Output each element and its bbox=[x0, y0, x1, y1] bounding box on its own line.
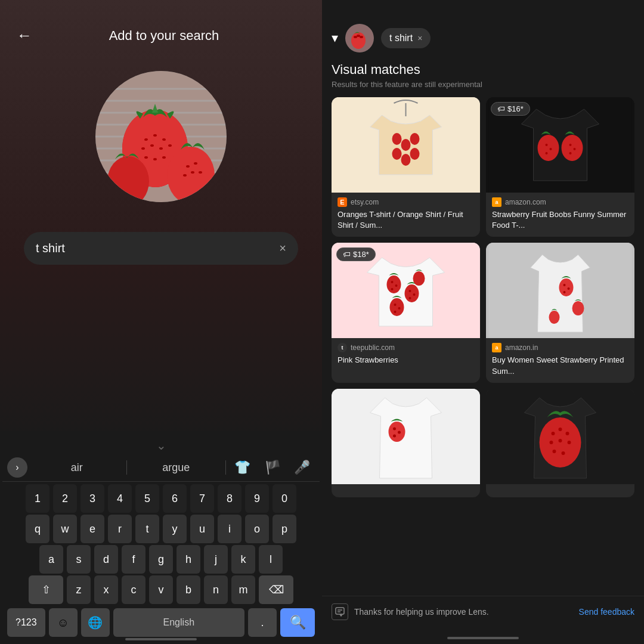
key-j[interactable]: j bbox=[204, 545, 228, 574]
product-card-2[interactable]: 🏷 $16* bbox=[486, 97, 634, 237]
key-k[interactable]: k bbox=[231, 545, 255, 574]
key-u[interactable]: u bbox=[190, 515, 214, 543]
product-image-5 bbox=[332, 389, 480, 484]
key-g[interactable]: g bbox=[149, 545, 173, 574]
period-key[interactable]: . bbox=[248, 608, 277, 637]
svg-point-78 bbox=[393, 434, 396, 437]
price-text-2: $16* bbox=[507, 104, 524, 113]
key-d[interactable]: d bbox=[94, 545, 118, 574]
key-4[interactable]: 4 bbox=[108, 484, 132, 513]
source-row-1: E etsy.com bbox=[338, 197, 474, 207]
key-z[interactable]: z bbox=[67, 575, 91, 604]
key-r[interactable]: r bbox=[108, 515, 132, 543]
zxcv-row: ⇧ z x c v b n m ⌫ bbox=[2, 575, 320, 604]
key-v[interactable]: v bbox=[149, 575, 173, 604]
product-card-1[interactable]: E etsy.com Oranges T-shirt / Orange Shir… bbox=[332, 97, 480, 237]
key-y[interactable]: y bbox=[163, 515, 187, 543]
qwerty-row: q w e r t y u i o p bbox=[2, 515, 320, 543]
svg-point-21 bbox=[153, 158, 157, 160]
product-card-3[interactable]: 🏷 $18* bbox=[332, 243, 480, 382]
product-card-6[interactable] bbox=[486, 389, 634, 497]
back-button[interactable]: ← bbox=[14, 24, 35, 47]
microphone-icon[interactable]: 🎤 bbox=[289, 457, 315, 478]
key-7[interactable]: 7 bbox=[190, 484, 214, 513]
svg-point-34 bbox=[357, 35, 360, 37]
svg-point-16 bbox=[141, 147, 145, 150]
key-8[interactable]: 8 bbox=[218, 484, 242, 513]
svg-point-87 bbox=[553, 450, 556, 453]
feedback-icon bbox=[332, 603, 348, 620]
globe-button[interactable]: 🌐 bbox=[81, 608, 110, 637]
svg-point-38 bbox=[401, 139, 411, 151]
chip-close-button[interactable]: × bbox=[417, 33, 422, 43]
product-card-5[interactable] bbox=[332, 389, 480, 497]
key-w[interactable]: w bbox=[53, 515, 77, 543]
key-5[interactable]: 5 bbox=[135, 484, 159, 513]
product-image-1 bbox=[332, 97, 480, 193]
key-q[interactable]: q bbox=[26, 515, 49, 543]
send-feedback-button[interactable]: Send feedback bbox=[579, 607, 634, 617]
chevron-down-icon: ⌄ bbox=[2, 436, 320, 454]
search-chip[interactable]: t shirt × bbox=[381, 28, 431, 48]
svg-point-83 bbox=[566, 432, 569, 435]
suggestion-argue[interactable]: argue bbox=[129, 459, 224, 476]
key-c[interactable]: c bbox=[122, 575, 145, 604]
key-t[interactable]: t bbox=[135, 515, 159, 543]
tshirt-emoji-icon[interactable]: 👕 bbox=[228, 457, 256, 478]
key-l[interactable]: l bbox=[259, 545, 283, 574]
key-9[interactable]: 9 bbox=[245, 484, 269, 513]
search-input[interactable] bbox=[36, 242, 273, 255]
key-p[interactable]: p bbox=[273, 515, 296, 543]
svg-point-86 bbox=[568, 441, 571, 444]
key-2[interactable]: 2 bbox=[53, 484, 77, 513]
key-f[interactable]: f bbox=[122, 545, 145, 574]
product-card-4[interactable]: a amazon.in Buy Women Sweet Strawberry P… bbox=[486, 243, 634, 382]
shift-button[interactable]: ⇧ bbox=[29, 575, 63, 604]
product-title-1: Oranges T-shirt / Orange Shirt / Fruit S… bbox=[338, 209, 474, 231]
key-s[interactable]: s bbox=[67, 545, 91, 574]
backspace-button[interactable]: ⌫ bbox=[259, 575, 293, 604]
key-x[interactable]: x bbox=[94, 575, 118, 604]
key-3[interactable]: 3 bbox=[80, 484, 104, 513]
search-key-button[interactable]: 🔍 bbox=[280, 608, 315, 637]
source-name-4: amazon.in bbox=[505, 343, 538, 352]
product-title-2: Strawberry Fruit Boobs Funny Summer Food… bbox=[492, 209, 628, 231]
svg-point-42 bbox=[410, 148, 420, 160]
key-6[interactable]: 6 bbox=[163, 484, 187, 513]
svg-point-64 bbox=[398, 307, 401, 309]
clear-button[interactable]: × bbox=[279, 242, 286, 255]
price-badge-3: 🏷 $18* bbox=[336, 247, 376, 261]
emoji-button[interactable]: ☺ bbox=[49, 608, 78, 637]
expand-suggestions-button[interactable]: › bbox=[7, 457, 27, 478]
space-key[interactable]: English bbox=[113, 608, 244, 637]
etsy-icon: E bbox=[338, 197, 347, 207]
flag-emoji-icon[interactable]: 🏴 bbox=[259, 457, 287, 478]
svg-point-50 bbox=[569, 144, 572, 146]
key-e[interactable]: e bbox=[80, 515, 104, 543]
key-m[interactable]: m bbox=[231, 575, 255, 604]
search-bar[interactable]: × bbox=[24, 232, 298, 265]
svg-point-71 bbox=[564, 291, 566, 293]
svg-point-17 bbox=[150, 144, 154, 147]
key-b[interactable]: b bbox=[177, 575, 200, 604]
svg-point-58 bbox=[405, 284, 419, 302]
key-1[interactable]: 1 bbox=[26, 484, 49, 513]
product-image-4 bbox=[486, 243, 634, 338]
key-n[interactable]: n bbox=[204, 575, 228, 604]
key-h[interactable]: h bbox=[177, 545, 200, 574]
svg-point-19 bbox=[168, 144, 172, 147]
svg-point-14 bbox=[153, 134, 157, 137]
key-o[interactable]: o bbox=[245, 515, 269, 543]
svg-point-37 bbox=[392, 133, 402, 145]
key-i[interactable]: i bbox=[218, 515, 242, 543]
dropdown-icon[interactable]: ▾ bbox=[332, 30, 338, 46]
suggestion-air[interactable]: air bbox=[30, 459, 124, 476]
product-title-4: Buy Women Sweet Strawberry Printed Sum..… bbox=[492, 355, 628, 376]
key-a[interactable]: a bbox=[39, 545, 63, 574]
svg-point-75 bbox=[389, 422, 405, 442]
svg-point-48 bbox=[550, 148, 552, 150]
svg-point-26 bbox=[183, 174, 187, 177]
num-key-button[interactable]: ?123 bbox=[7, 608, 45, 637]
key-0[interactable]: 0 bbox=[273, 484, 296, 513]
svg-point-70 bbox=[568, 287, 570, 290]
